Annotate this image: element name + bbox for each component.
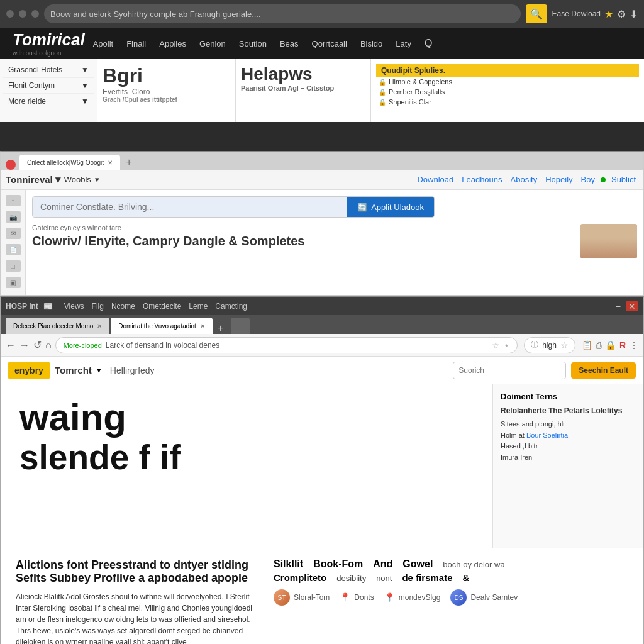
mid-article-image [580, 224, 637, 258]
bot-addr-right-star[interactable]: ☆ [560, 340, 569, 350]
top-address-bar[interactable]: Boow and uelork Syohirthy comple ab Fran… [44, 4, 521, 23]
mid-tool-3[interactable]: ✉ [6, 228, 21, 239]
mid-content-area: ↑ 📷 ✉ 📄 □ ▣ 🔄 Applit Uladook Gateirnc ey… [1, 190, 643, 296]
mid-article-img-fill [580, 224, 637, 258]
mid-tab-add[interactable]: + [121, 155, 136, 170]
bot-user-sloral-tom: ST Sloral-Tom [274, 589, 330, 606]
bot-tab-add[interactable]: + [214, 323, 227, 334]
top-nav-finall[interactable]: Finall [126, 39, 146, 48]
mid-tab-close[interactable]: ✕ [108, 159, 113, 166]
bot-home-btn[interactable]: ⌂ [45, 340, 52, 351]
top-down-icon[interactable]: ⬇ [630, 8, 638, 20]
bot-back-btn[interactable]: ← [6, 340, 16, 351]
top-search-button[interactable]: 🔍 [526, 4, 547, 23]
bot-tab-2[interactable]: Domirtat the Vuvo agatadint ✕ [111, 318, 213, 334]
bot-nav-camcting[interactable]: Camcting [215, 302, 247, 311]
top-nav-applies[interactable]: Applies [159, 39, 186, 48]
top-browser-btn-2[interactable] [19, 10, 26, 18]
bot-fwd-btn[interactable]: → [19, 340, 30, 351]
top-nav-beas[interactable]: Beas [280, 39, 299, 48]
bot-close-btn[interactable]: ✕ [626, 301, 638, 311]
mid-tab-active[interactable]: Cnlect allellock|W6g Ooogit ✕ [19, 155, 120, 170]
bot-search-btn[interactable]: Seechin Eault [571, 362, 636, 379]
bot-icon-r[interactable]: R [619, 340, 626, 350]
bot-addr-right[interactable]: ⓘ high ☆ [524, 337, 575, 353]
mid-search-button[interactable]: 🔄 Applit Uladook [347, 197, 434, 217]
bot-user-mondev: 📍 mondevSlgg [384, 592, 441, 602]
bot-right-panel-subtitle: Relolanherte The Petarls Lolefitys [501, 406, 636, 415]
bot-enybry-logo: enybry [8, 362, 50, 379]
mid-nav-download[interactable]: Download [417, 175, 453, 184]
bot-nav-views[interactable]: Views [64, 302, 84, 311]
top-gear-icon[interactable]: ⚙ [617, 8, 626, 20]
top-panel-item-flonit[interactable]: Flonit Contym▼ [3, 78, 94, 94]
top-right-panel: Quudipit Splulies. 🔒 Liimple & Copgelens… [371, 59, 644, 122]
mid-nav-sublict[interactable]: Sublict [611, 175, 636, 184]
mid-nav-boy[interactable]: Boy [581, 175, 595, 184]
bot-col-sub1: Crompliteto [274, 572, 326, 583]
mid-tool-5[interactable]: □ [6, 260, 21, 272]
bot-panel-link[interactable]: Bour Soelirtia [526, 431, 568, 439]
top-logo: Tomirical with bost colgnon [13, 30, 85, 57]
bot-article-right: Silkllit Book-Fom And Gowel boch oy delo… [274, 558, 628, 644]
mid-article: Gateirnc eynley s winoot tare Clowriv/ l… [32, 224, 637, 258]
bot-icon-clipboard[interactable]: 📋 [582, 340, 592, 350]
bot-nav-ncome[interactable]: Ncome [111, 302, 135, 311]
mid-tool-2[interactable]: 📷 [6, 211, 21, 223]
bot-addr-star-2[interactable]: ⋆ [504, 340, 509, 350]
mid-tool-1[interactable]: ↑ [6, 195, 21, 206]
bot-minimize-btn[interactable]: − [616, 301, 621, 311]
mid-nav-hopeily[interactable]: Hopeily [545, 175, 572, 184]
top-panel-item-more[interactable]: More rieide▼ [3, 94, 94, 109]
mid-main-content: 🔄 Applit Uladook Gateirnc eynley s winoo… [26, 190, 643, 296]
bot-reload-btn[interactable]: ↺ [33, 339, 42, 351]
top-star-icon[interactable]: ★ [604, 8, 613, 20]
top-nav-search-icon[interactable]: Q [425, 38, 432, 49]
top-browser-btn-3[interactable] [31, 10, 39, 18]
top-browser-btn-1[interactable] [6, 10, 14, 18]
bot-address-input[interactable]: More-cloped Larck of densand in volocal … [55, 337, 518, 353]
mid-wob-drop-icon[interactable]: ▾ [95, 175, 99, 184]
mid-logo-drop-icon[interactable]: ▾ [55, 174, 60, 186]
bot-icon-lock[interactable]: 🔒 [605, 340, 616, 350]
top-logo-sub: with bost colgnon [13, 50, 85, 57]
mid-wob-label[interactable]: Woobls [64, 175, 91, 184]
top-nav-bisido[interactable]: Bisido [360, 39, 382, 48]
bot-tab-1-close[interactable]: ✕ [97, 323, 102, 330]
top-nav-laty[interactable]: Laty [396, 39, 411, 48]
bot-logo-text: enybry [14, 365, 43, 375]
bot-icon-more[interactable]: ⋮ [630, 340, 638, 350]
bot-app-icon: 📰 [43, 302, 53, 311]
bot-tomrcht-drop[interactable]: ▾ [97, 365, 101, 375]
top-nav-apolit[interactable]: Apolit [93, 39, 114, 48]
bot-right-panel-lines: Sitees and plongi, hlt Holm at Bour Soel… [501, 419, 636, 463]
mid-search-input[interactable] [33, 197, 347, 217]
mid-tool-6[interactable]: ▣ [6, 277, 21, 288]
lock-icon-2: 🔒 [379, 89, 386, 96]
mid-tab-bar: Cnlect allellock|W6g Ooogit ✕ + [1, 152, 643, 170]
bot-addr-bar: ← → ↺ ⌂ More-cloped Larck of densand in … [1, 334, 643, 357]
mid-nav-bar: Tonnireval ▾ Woobls ▾ Download Leadhouns… [1, 170, 643, 190]
bot-user-sloral-tom-name: Sloral-Tom [294, 593, 330, 602]
bot-nav-leme[interactable]: Leme [189, 302, 208, 311]
bot-tab-1[interactable]: Deleeck Piao oleecler Memo ✕ [6, 318, 109, 334]
bot-col-gowel: Gowel [402, 558, 433, 570]
top-nav-qorrtcaali[interactable]: Qorrtcaali [312, 39, 347, 48]
bot-hellirgrfedy-label: Hellirgrfedy [110, 365, 155, 375]
mid-nav-abosity[interactable]: Abosity [511, 175, 538, 184]
bot-title-nav: Views Filg Ncome Ometdecite Leme Camctin… [64, 302, 247, 311]
bot-nav-ometdecite[interactable]: Ometdecite [143, 302, 181, 311]
bot-nav-filg[interactable]: Filg [92, 302, 104, 311]
mid-nav-leadhouns[interactable]: Leadhouns [462, 175, 502, 184]
bot-tab-2-close[interactable]: ✕ [200, 323, 205, 330]
bot-addr-star-1[interactable]: ☆ [492, 340, 500, 350]
top-left-panel: Grasendl Hotels▼ Flonit Contym▼ More rie… [0, 59, 97, 122]
top-center-sub2: Grach /Cpul aes ittitpptef [103, 96, 230, 103]
top-panel-item-hotels[interactable]: Grasendl Hotels▼ [3, 62, 94, 78]
top-nav-soution[interactable]: Soution [239, 39, 267, 48]
bot-col-and: And [373, 558, 392, 570]
mid-tool-4[interactable]: 📄 [6, 244, 21, 255]
bot-icon-print[interactable]: ⎙ [596, 340, 601, 350]
bot-search-input[interactable] [453, 362, 566, 379]
top-nav-genion[interactable]: Genion [199, 39, 226, 48]
